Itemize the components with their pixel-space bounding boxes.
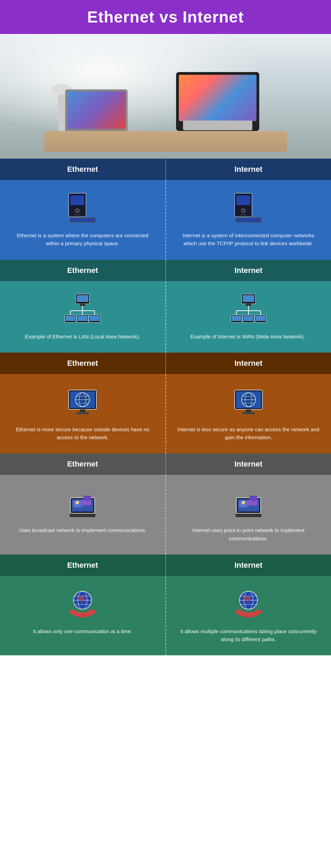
- section-definition-body: Ethernet is a system where the computers…: [0, 180, 331, 260]
- section-communication-ethernet-label: Ethernet: [0, 555, 165, 576]
- svg-rect-27: [243, 295, 254, 302]
- svg-rect-62: [81, 500, 91, 505]
- network-tree-icon-right: [228, 292, 269, 326]
- section-security-internet-text: Internet is less secure as anyone can ac…: [176, 425, 321, 442]
- computer-tower-icon-right: [228, 191, 269, 225]
- title-bar: Ethernet vs Internet: [0, 0, 331, 34]
- svg-rect-1: [70, 195, 84, 205]
- hero-image: [0, 34, 331, 159]
- section-broadcast-ethernet-cell: Uses broadcast network to implement comm…: [0, 475, 165, 555]
- broadcast-icon-right: [228, 485, 269, 520]
- svg-rect-56: [246, 409, 251, 412]
- section-security-header: Ethernet Internet: [0, 353, 331, 374]
- svg-rect-39: [256, 316, 265, 321]
- keyboard-icon: [183, 121, 252, 130]
- section-example-internet-text: Example of Internet is WAN (Wide Area Ne…: [190, 333, 306, 340]
- svg-rect-48: [76, 412, 89, 414]
- section-communication-header: Ethernet Internet: [0, 555, 331, 576]
- svg-rect-3: [74, 214, 81, 215]
- svg-rect-35: [232, 316, 241, 321]
- svg-rect-7: [236, 195, 250, 205]
- svg-point-8: [242, 209, 245, 212]
- svg-rect-14: [80, 304, 85, 306]
- globe-monitor-icon-right: [228, 384, 269, 419]
- svg-rect-5: [70, 218, 95, 222]
- laptop-icon: [65, 89, 128, 131]
- broadcast-icon-left: [62, 485, 103, 520]
- svg-rect-37: [244, 316, 253, 321]
- section-security-internet-label: Internet: [166, 353, 331, 374]
- section-security-internet-cell: Internet is less secure as anyone can ac…: [166, 374, 331, 454]
- section-communication-internet-label: Internet: [166, 555, 331, 576]
- section-example-body: Example of Ethernet is LAN (Local Area N…: [0, 281, 331, 353]
- section-security-ethernet-cell: Ethernet is more secure because outside …: [0, 374, 165, 454]
- svg-rect-57: [242, 412, 255, 414]
- section-communication-internet-text: It allows multiple communications taking…: [176, 627, 321, 644]
- section-definition-ethernet-cell: Ethernet is a system where the computers…: [0, 180, 165, 260]
- svg-rect-9: [240, 214, 247, 215]
- section-definition: Ethernet Internet Ethernet is a syste: [0, 159, 331, 260]
- hands-globe-icon-left: [62, 586, 103, 621]
- section-definition-ethernet-label: Ethernet: [0, 159, 165, 180]
- section-security: Ethernet Internet: [0, 353, 331, 454]
- svg-rect-64: [84, 496, 91, 501]
- hero-desk-bg: [0, 34, 331, 159]
- network-tree-icon-left: [62, 292, 103, 326]
- svg-rect-47: [80, 409, 85, 412]
- svg-rect-73: [250, 496, 257, 501]
- laptop-screen: [67, 91, 125, 129]
- svg-rect-66: [70, 514, 95, 517]
- section-example-internet-label: Internet: [166, 260, 331, 281]
- svg-point-2: [76, 209, 79, 212]
- section-broadcast-internet-label: Internet: [166, 453, 331, 475]
- svg-rect-13: [77, 295, 88, 302]
- section-broadcast-body: Uses broadcast network to implement comm…: [0, 475, 331, 555]
- globe-monitor-icon-left: [62, 384, 103, 419]
- svg-rect-11: [236, 218, 261, 222]
- lamp-icon: [58, 89, 65, 131]
- section-broadcast-ethernet-text: Uses broadcast network to implement comm…: [19, 526, 146, 534]
- svg-point-70: [242, 501, 245, 504]
- section-communication-body: It allows only one communication at a ti…: [0, 576, 331, 656]
- svg-rect-28: [246, 304, 251, 306]
- page-title: Ethernet vs Internet: [3, 8, 328, 26]
- section-definition-ethernet-text: Ethernet is a system where the computers…: [10, 231, 155, 248]
- section-security-ethernet-text: Ethernet is more secure because outside …: [10, 425, 155, 442]
- desk-scene: [44, 48, 287, 152]
- section-broadcast-header: Ethernet Internet: [0, 453, 331, 475]
- svg-rect-25: [90, 316, 99, 321]
- section-communication-ethernet-cell: It allows only one communication at a ti…: [0, 576, 165, 656]
- section-definition-internet-cell: Internet is a system of interconnected c…: [166, 180, 331, 260]
- section-broadcast-ethernet-label: Ethernet: [0, 453, 165, 475]
- section-example-ethernet-text: Example of Ethernet is LAN (Local Area N…: [25, 333, 140, 340]
- section-broadcast: Ethernet Internet: [0, 453, 331, 555]
- monitor-screen: [179, 75, 256, 121]
- svg-rect-75: [236, 514, 261, 517]
- section-example-internet-cell: Example of Internet is WAN (Wide Area Ne…: [166, 281, 331, 353]
- svg-rect-21: [66, 316, 75, 321]
- section-broadcast-internet-text: Internet uses point to point network to …: [176, 526, 321, 542]
- section-definition-internet-text: Internet is a system of interconnected c…: [176, 231, 321, 248]
- section-security-ethernet-label: Ethernet: [0, 353, 165, 374]
- section-security-body: Ethernet is more secure because outside …: [0, 374, 331, 454]
- section-example-header: Ethernet Internet: [0, 260, 331, 281]
- section-definition-internet-label: Internet: [166, 159, 331, 180]
- svg-point-61: [76, 501, 79, 504]
- computer-tower-icon-left: [62, 191, 103, 225]
- section-example-ethernet-label: Ethernet: [0, 260, 165, 281]
- section-communication-ethernet-text: It allows only one communication at a ti…: [33, 627, 132, 635]
- svg-rect-71: [247, 500, 257, 505]
- section-communication-internet-cell: It allows multiple communications taking…: [166, 576, 331, 656]
- section-broadcast-internet-cell: Internet uses point to point network to …: [166, 475, 331, 555]
- svg-rect-23: [78, 316, 87, 321]
- hands-globe-icon-right: [228, 586, 269, 621]
- section-example: Ethernet Internet: [0, 260, 331, 353]
- section-definition-header: Ethernet Internet: [0, 159, 331, 180]
- section-example-ethernet-cell: Example of Ethernet is LAN (Local Area N…: [0, 281, 165, 353]
- desk-surface: [44, 131, 287, 152]
- section-communication: Ethernet Internet: [0, 555, 331, 656]
